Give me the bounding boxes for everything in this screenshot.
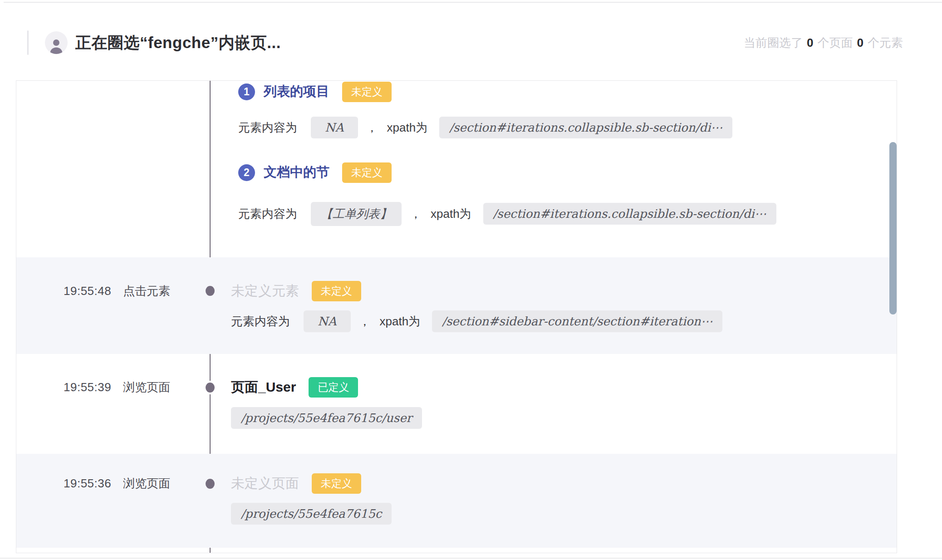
event-action: 点击元素 (123, 283, 170, 299)
event-time: 19:55:36 (64, 476, 111, 491)
url-pill: /projects/55e4fea7615c/user (231, 407, 422, 429)
page-title: 正在圈选“fengche”内嵌页... (75, 32, 281, 54)
xpath-value-pill: /section#iterations.collapsible.sb-secti… (439, 117, 732, 138)
event-main-row[interactable]: 19:55:36 浏览页面 未定义页面 未定义 (16, 473, 897, 494)
url-pill: /projects/55e4fea7615c (231, 503, 392, 525)
event-detail-row: /projects/55e4fea7615c/user (16, 407, 897, 429)
event-main-row[interactable]: 19:55:39 浏览页面 页面_User 已定义 (16, 377, 897, 398)
comma-separator: ， (359, 314, 371, 329)
entry-title[interactable]: 列表的项目 (264, 83, 329, 101)
timeline-dot (204, 381, 216, 394)
status-badge-undefined: 未定义 (312, 281, 361, 301)
event-time: 19:55:39 (64, 380, 111, 394)
timeline-entry-2-detail: 元素内容为 【工单列表】 ， xpath为 /section#iteration… (16, 203, 897, 225)
xpath-value-pill: /section#sidebar-content/section#iterati… (432, 310, 722, 332)
timeline-panel: 1 列表的项目 未定义 元素内容为 NA ， xpath为 /section#i… (16, 80, 897, 553)
event-detail-row: /projects/55e4fea7615c (16, 502, 897, 525)
content-label: 元素内容为 (238, 120, 297, 136)
timeline-entry-2-main[interactable]: 2 文档中的节 未定义 (16, 162, 897, 183)
person-icon (48, 37, 65, 54)
event-title-defined[interactable]: 页面_User (231, 378, 296, 397)
timeline-entry-1-main[interactable]: 1 列表的项目 未定义 (16, 81, 897, 102)
summary-prefix: 当前圈选了 (744, 36, 803, 49)
comma-separator: ， (410, 206, 422, 222)
event-title-undefined[interactable]: 未定义元素 (231, 282, 299, 300)
timeline-event-click[interactable]: 19:55:48 点击元素 未定义元素 未定义 元素内容为 NA ， xpath… (16, 257, 897, 354)
elements-count: 0 (857, 36, 864, 49)
xpath-label: xpath为 (431, 206, 471, 222)
event-detail-row: 元素内容为 NA ， xpath为 /section#sidebar-conte… (16, 310, 897, 332)
timeline-entry-1-detail: 元素内容为 NA ， xpath为 /section#iterations.co… (16, 117, 897, 138)
event-action: 浏览页面 (123, 379, 170, 395)
entry-index-badge: 2 (238, 164, 255, 181)
timeline-dot (204, 477, 216, 491)
event-time: 19:55:48 (64, 284, 111, 298)
window-bottom-edge (0, 558, 942, 559)
elements-label: 个元素 (868, 36, 903, 49)
event-title-undefined[interactable]: 未定义页面 (231, 474, 299, 493)
pages-count: 0 (807, 36, 813, 49)
entry-index-badge: 1 (238, 84, 255, 100)
content-label: 元素内容为 (231, 314, 290, 329)
timeline-event-pageview-defined[interactable]: 19:55:39 浏览页面 页面_User 已定义 /projects/55e4… (16, 354, 897, 454)
timeline-event-pageview-undefined[interactable]: 19:55:36 浏览页面 未定义页面 未定义 /projects/55e4fe… (16, 454, 897, 548)
status-badge-undefined: 未定义 (312, 473, 361, 494)
scrollbar-thumb[interactable] (889, 142, 897, 314)
comma-separator: ， (366, 120, 378, 136)
selection-summary: 当前圈选了0个页面0个元素 (744, 35, 903, 51)
pages-label: 个页面 (818, 36, 853, 49)
content-value-pill: NA (304, 310, 351, 332)
event-action: 浏览页面 (123, 476, 170, 491)
timeline-group-elements: 1 列表的项目 未定义 元素内容为 NA ， xpath为 /section#i… (16, 81, 897, 257)
event-main-row[interactable]: 19:55:48 点击元素 未定义元素 未定义 (16, 280, 897, 302)
content-value-pill: NA (311, 117, 358, 138)
window-top-edge (4, 2, 942, 3)
header-accent-bar (27, 30, 29, 55)
xpath-label: xpath为 (380, 314, 421, 329)
entry-title[interactable]: 文档中的节 (264, 163, 329, 182)
timeline-dot (204, 284, 216, 298)
status-badge-undefined: 未定义 (342, 162, 392, 183)
content-value-pill: 【工单列表】 (311, 202, 402, 226)
xpath-value-pill: /section#iterations.collapsible.sb-secti… (483, 203, 776, 225)
header: 正在圈选“fengche”内嵌页... 当前圈选了0个页面0个元素 (27, 28, 903, 57)
content-label: 元素内容为 (238, 206, 297, 222)
status-badge-defined: 已定义 (309, 377, 358, 398)
xpath-label: xpath为 (387, 120, 428, 136)
status-badge-undefined: 未定义 (342, 82, 392, 102)
avatar (45, 31, 68, 54)
